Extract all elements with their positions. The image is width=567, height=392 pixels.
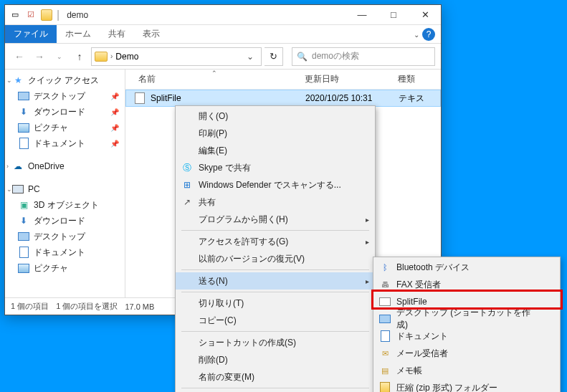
share-icon: ↗ — [181, 196, 193, 208]
tab-share[interactable]: 共有 — [100, 25, 134, 43]
ctx-print[interactable]: 印刷(P) — [176, 125, 375, 142]
cube-icon: ▣ — [18, 199, 29, 211]
splitfile-icon — [379, 296, 391, 307]
search-icon: 🔍 — [297, 52, 308, 62]
refresh-button[interactable]: ↻ — [265, 47, 283, 66]
sidebar-label: ダウンロード — [34, 215, 85, 227]
file-name: SplitFile — [151, 93, 305, 103]
close-button[interactable]: ✕ — [409, 5, 441, 25]
sidebar-item-3d[interactable]: ▣3D オブジェクト — [5, 197, 125, 213]
forward-button[interactable]: → — [31, 48, 48, 65]
ctx-cut[interactable]: 切り取り(T) — [176, 295, 375, 312]
ctx-access[interactable]: アクセスを許可する(G)▸ — [176, 233, 375, 250]
status-selection: 1 個の項目を選択 — [56, 301, 118, 312]
file-row[interactable]: SplitFile 2020/10/25 10:31 テキス — [125, 90, 441, 107]
submenu-arrow-icon: ▸ — [366, 277, 369, 285]
sidebar-label: ピクチャ — [34, 122, 68, 134]
star-icon: ★ — [12, 75, 24, 86]
tab-view[interactable]: 表示 — [134, 25, 168, 43]
minimize-button[interactable]: — — [346, 5, 378, 25]
up-button[interactable]: ↑ — [71, 48, 88, 65]
check-icon[interactable]: ☑ — [25, 9, 37, 21]
notepad-icon: ▤ — [379, 365, 391, 376]
ctx-label: アクセスを許可する(G) — [199, 236, 288, 248]
column-headers: ⌃ 名前 更新日時 種類 — [125, 70, 441, 90]
sub-desktop[interactable]: デスクトップ (ショートカットを作成) — [373, 310, 560, 328]
chevron-right-icon[interactable]: › — [110, 52, 113, 60]
sidebar-label: PC — [28, 184, 40, 194]
sidebar-item-onedrive[interactable]: ›☁OneDrive — [5, 158, 125, 174]
separator — [181, 269, 369, 270]
fax-icon: 🖷 — [379, 279, 391, 290]
ctx-label: 削除(D) — [199, 354, 228, 366]
sub-memo[interactable]: ▤メモ帳 — [373, 362, 560, 379]
status-item-count: 1 個の項目 — [11, 301, 49, 312]
sidebar-item-desktop[interactable]: デスクトップ📌 — [5, 88, 125, 104]
ctx-defender[interactable]: ⊞Windows Defender でスキャンする... — [176, 176, 375, 193]
ctx-label: 送る(N) — [199, 275, 228, 287]
pc-icon — [12, 183, 24, 195]
ctx-restore[interactable]: 以前のバージョンの復元(V) — [176, 250, 375, 267]
file-date: 2020/10/25 10:31 — [305, 93, 399, 103]
ctx-delete[interactable]: 削除(D) — [176, 351, 375, 368]
shield-icon: ⊞ — [181, 179, 193, 191]
breadcrumb[interactable]: › Demo ⌄ — [91, 47, 262, 66]
ctx-open[interactable]: 開く(O) — [176, 107, 375, 125]
sidebar-item-downloads[interactable]: ⬇ダウンロード📌 — [5, 104, 125, 120]
maximize-button[interactable]: □ — [378, 5, 409, 25]
ribbon-collapse-icon[interactable]: ⌄ — [414, 31, 419, 39]
status-size: 17.0 MB — [125, 302, 154, 311]
tab-home[interactable]: ホーム — [57, 25, 100, 43]
sidebar-item-quick-access[interactable]: ⌄★クイック アクセス — [5, 72, 125, 88]
ctx-send[interactable]: 送る(N)▸ — [176, 272, 375, 290]
breadcrumb-segment[interactable]: Demo — [115, 52, 138, 62]
sidebar-item-desktop2[interactable]: デスクトップ — [5, 229, 125, 244]
column-type[interactable]: 種類 — [398, 73, 441, 85]
sub-zip[interactable]: 圧縮 (zip 形式) フォルダー — [373, 379, 560, 392]
search-input[interactable]: 🔍 demoの検索 — [292, 47, 435, 66]
help-button[interactable]: ? — [422, 28, 435, 41]
sidebar-item-downloads2[interactable]: ⬇ダウンロード — [5, 213, 125, 229]
sidebar-item-documents2[interactable]: ドキュメント — [5, 244, 125, 260]
sidebar-label: デスクトップ — [34, 90, 85, 102]
ctx-openwith[interactable]: プログラムから開く(H)▸ — [176, 211, 375, 228]
ctx-label: ショートカットの作成(S) — [199, 337, 296, 349]
submenu-arrow-icon: ▸ — [366, 238, 369, 246]
search-placeholder: demoの検索 — [312, 50, 359, 62]
ctx-label: 圧縮 (zip 形式) フォルダー — [396, 382, 497, 393]
sidebar: ⌄★クイック アクセス デスクトップ📌 ⬇ダウンロード📌 ピクチャ📌 ドキュメン… — [5, 70, 125, 297]
ctx-label: メール受信者 — [396, 348, 448, 360]
navbar: ← → ⌄ ↑ › Demo ⌄ ↻ 🔍 demoの検索 — [5, 44, 441, 70]
ctx-share[interactable]: ↗共有 — [176, 193, 375, 211]
cloud-icon: ☁ — [12, 161, 24, 172]
tab-file[interactable]: ファイル — [5, 25, 57, 43]
ctx-label: 編集(E) — [199, 145, 227, 157]
sidebar-label: クイック アクセス — [28, 75, 99, 87]
sidebar-item-documents[interactable]: ドキュメント📌 — [5, 135, 125, 151]
breadcrumb-dropdown-icon[interactable]: ⌄ — [242, 52, 258, 62]
sidebar-label: ダウンロード — [34, 106, 85, 118]
desktop-icon — [379, 313, 391, 325]
ctx-label: プログラムから開く(H) — [199, 214, 288, 226]
skype-icon: Ⓢ — [181, 162, 193, 173]
ctx-skype[interactable]: ⓈSkype で共有 — [176, 159, 375, 176]
ctx-label: SplitFile — [396, 297, 427, 307]
ctx-shortcut[interactable]: ショートカットの作成(S) — [176, 334, 375, 351]
sub-fax[interactable]: 🖷FAX 受信者 — [373, 276, 560, 293]
ctx-rename[interactable]: 名前の変更(M) — [176, 368, 375, 386]
sidebar-item-pictures[interactable]: ピクチャ📌 — [5, 120, 125, 135]
ctx-edit[interactable]: 編集(E) — [176, 142, 375, 159]
recent-dropdown-icon[interactable]: ⌄ — [51, 48, 68, 65]
pin-icon: 📌 — [110, 140, 119, 148]
sub-documents[interactable]: ドキュメント — [373, 328, 560, 345]
ctx-label: 共有 — [199, 196, 216, 209]
sidebar-item-pictures2[interactable]: ピクチャ — [5, 260, 125, 276]
column-date[interactable]: 更新日時 — [305, 73, 398, 85]
sub-mail[interactable]: ✉メール受信者 — [373, 345, 560, 362]
document-icon[interactable]: ▭ — [9, 9, 21, 21]
ctx-copy[interactable]: コピー(C) — [176, 312, 375, 329]
sidebar-item-pc[interactable]: ⌄PC — [5, 181, 125, 197]
back-button[interactable]: ← — [11, 48, 28, 65]
file-type: テキス — [399, 92, 424, 105]
sub-bluetooth[interactable]: ᛒBluetooth デバイス — [373, 259, 560, 276]
